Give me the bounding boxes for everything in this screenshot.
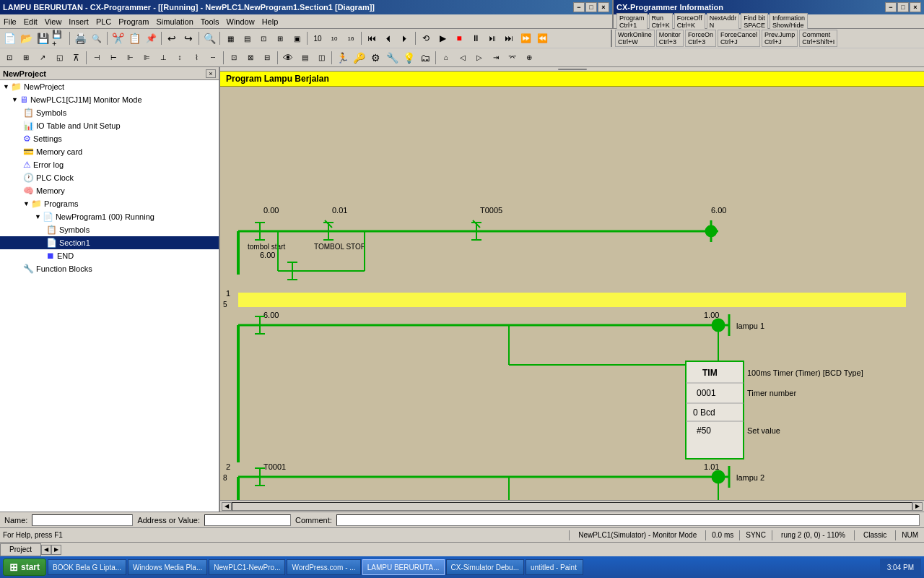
start-button[interactable]: ⊞ start: [3, 558, 46, 576]
tb2-icon8[interactable]: ⊩: [122, 51, 138, 65]
tb-icon2[interactable]: ▤: [239, 31, 255, 46]
monitor-btn12[interactable]: ▷: [471, 51, 487, 65]
info-max-button[interactable]: □: [897, 2, 909, 12]
tb2-icon12[interactable]: ⌇: [188, 51, 204, 65]
taskbar-item-book[interactable]: BOOK Bela G Lipta...: [48, 559, 126, 575]
tree-item-errorlog[interactable]: ⚠ Error log: [0, 158, 219, 171]
monitor-btn2[interactable]: ▤: [297, 51, 313, 65]
tb2-icon6[interactable]: ⊣: [89, 51, 105, 65]
cut-button[interactable]: ✂️: [110, 31, 126, 46]
monitor-btn4[interactable]: 🏃: [334, 51, 350, 65]
sim-icon1[interactable]: ⟲: [418, 31, 434, 46]
monitor-btn10[interactable]: ⌂: [438, 51, 454, 65]
menu-help[interactable]: Help: [258, 16, 282, 27]
info-close-button[interactable]: ×: [910, 2, 921, 12]
sim-stop[interactable]: ■: [451, 31, 467, 46]
tree-item-newproject[interactable]: ▼ 📁 NewProject: [0, 80, 219, 93]
tab-arrow-left[interactable]: ◀: [41, 545, 51, 555]
menu-tools[interactable]: Tools: [197, 16, 223, 27]
scroll-left-btn[interactable]: ◀: [222, 502, 232, 511]
monitor-btn7[interactable]: 🔧: [384, 51, 400, 65]
monitor-btn8[interactable]: 💡: [401, 51, 417, 65]
copy-button[interactable]: 📋: [126, 31, 142, 46]
sim-icon4[interactable]: ⏩: [518, 31, 533, 46]
taskbar-item-lampu[interactable]: LAMPU BERURUTA...: [362, 559, 445, 575]
tree-item-memorycard[interactable]: 💳 Memory card: [0, 145, 219, 158]
menu-simulation[interactable]: Simulation: [152, 16, 196, 27]
sim-pause[interactable]: ⏸: [468, 31, 484, 46]
tree-item-plcclock[interactable]: 🕐 PLC Clock: [0, 171, 219, 184]
tb2-icon1[interactable]: ⊡: [1, 51, 17, 65]
sidebar-close-button[interactable]: ×: [206, 69, 216, 78]
tb2-icon13[interactable]: ╌: [205, 51, 221, 65]
monitor-btn5[interactable]: 🔑: [351, 51, 367, 65]
tree-item-newprogram1[interactable]: ▼ 📄 NewProgram1 (00) Running: [0, 210, 219, 223]
menu-view[interactable]: View: [41, 16, 66, 27]
maximize-button[interactable]: □: [585, 2, 597, 12]
tb-icon3[interactable]: ⊡: [256, 31, 271, 46]
undo-button[interactable]: ↩: [164, 31, 180, 46]
comment-input[interactable]: [336, 514, 920, 526]
menu-file[interactable]: File: [0, 16, 20, 27]
tree-item-memory[interactable]: 🧠 Memory: [0, 184, 219, 197]
menu-program[interactable]: Program: [115, 16, 152, 27]
monitor-btn9[interactable]: 🗂: [417, 51, 433, 65]
info-btn-showinfo[interactable]: InformationShow/Hide: [770, 13, 808, 30]
info-btn-forceon[interactable]: ForceOnCtrl+3: [685, 30, 716, 47]
tb2-icon16[interactable]: ⊟: [259, 51, 275, 65]
project-tab[interactable]: Project: [0, 543, 41, 556]
monitor-btn13[interactable]: ⇥: [488, 51, 504, 65]
info-min-button[interactable]: −: [885, 2, 897, 12]
info-btn-comment[interactable]: CommentCtrl+Shift+I: [799, 30, 837, 47]
info-btn-findbit[interactable]: Find bitSPACE: [741, 13, 768, 30]
info-btn-program[interactable]: ProgramCtrl+1: [616, 13, 648, 30]
tb2-icon11[interactable]: ↕: [172, 51, 188, 65]
ladder-canvas[interactable]: 0.00 0.01 T0005 6.00: [220, 87, 924, 500]
sim-icon3[interactable]: ⏭: [501, 31, 517, 46]
nav-next[interactable]: ⏵: [397, 31, 413, 46]
info-btn-forcecancel[interactable]: ForceCancelCtrl+J: [718, 30, 760, 47]
info-btn-nextaddr[interactable]: NextAddrN: [707, 13, 740, 30]
tree-item-settings[interactable]: ⚙ Settings: [0, 132, 219, 145]
tb2-icon10[interactable]: ⊥: [155, 51, 171, 65]
nav-first[interactable]: ⏮: [364, 31, 380, 46]
tb-icon4[interactable]: ⊞: [272, 31, 288, 46]
scroll-bar-h[interactable]: ◀ ▶: [220, 500, 924, 512]
tb2-icon5[interactable]: ⊼: [68, 51, 84, 65]
tb2-icon7[interactable]: ⊢: [105, 51, 121, 65]
sim-icon5[interactable]: ⏪: [534, 31, 550, 46]
tb-icon7[interactable]: 10: [326, 31, 342, 46]
monitor-btn15[interactable]: ⊕: [521, 51, 537, 65]
tb2-icon3[interactable]: ↗: [35, 51, 51, 65]
monitor-btn6[interactable]: ⚙: [367, 51, 383, 65]
nav-prev[interactable]: ⏴: [380, 31, 396, 46]
tree-item-end[interactable]: ⏹ END: [0, 249, 219, 262]
paste-button[interactable]: 📌: [143, 31, 159, 46]
tree-item-programs[interactable]: ▼ 📁 Programs: [0, 197, 219, 210]
menu-window[interactable]: Window: [223, 16, 258, 27]
menu-edit[interactable]: Edit: [20, 16, 41, 27]
name-input[interactable]: [32, 514, 133, 526]
info-btn-run[interactable]: RunCtrl+K: [649, 13, 673, 30]
tb2-icon4[interactable]: ◱: [51, 51, 67, 65]
scroll-right-btn[interactable]: ▶: [912, 502, 923, 511]
taskbar-item-newplc[interactable]: NewPLC1-NewPro...: [209, 559, 285, 575]
tree-item-iotable[interactable]: 📊 IO Table and Unit Setup: [0, 119, 219, 132]
close-button[interactable]: ×: [598, 2, 609, 12]
tb2-icon2[interactable]: ⊞: [18, 51, 34, 65]
scroll-track-h[interactable]: [232, 502, 912, 511]
info-btn-forceoff[interactable]: ForceOffCtrl+K: [674, 13, 705, 30]
tree-item-symbols2[interactable]: 📋 Symbols: [0, 223, 219, 236]
tb2-icon9[interactable]: ⊫: [139, 51, 154, 65]
tab-arrow-right[interactable]: ▶: [51, 545, 61, 555]
tb2-icon14[interactable]: ⊡: [226, 51, 242, 65]
print-preview-button[interactable]: 🔍: [89, 31, 105, 46]
tb-icon6[interactable]: 10: [310, 31, 326, 46]
monitor-btn1[interactable]: 👁: [280, 51, 296, 65]
tb-icon5[interactable]: ▣: [289, 31, 305, 46]
sim-icon2[interactable]: ▶: [435, 31, 450, 46]
minimize-button[interactable]: −: [573, 2, 585, 12]
tree-item-symbols1[interactable]: 📋 Symbols: [0, 106, 219, 119]
print-button[interactable]: 🖨️: [72, 31, 88, 46]
taskbar-item-cxsim[interactable]: CX-Simulator Debu...: [446, 559, 524, 575]
